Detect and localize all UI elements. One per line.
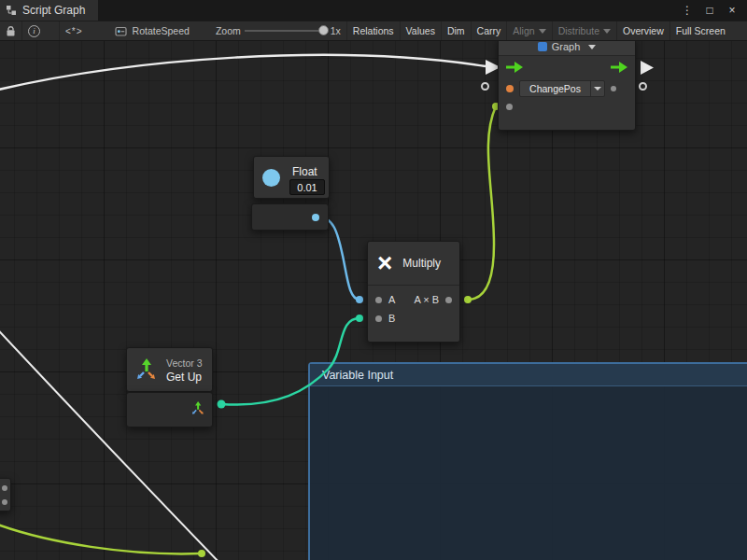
flow-in-port[interactable] bbox=[506, 62, 523, 73]
title-bar: Script Graph ⋮ □ × bbox=[0, 0, 747, 21]
chevron-down-icon bbox=[603, 29, 611, 34]
graph-toolbar: i <*> RotateSpeed Zoom 1x Relations Valu… bbox=[0, 21, 747, 41]
wire-flow-in[interactable] bbox=[0, 55, 486, 91]
wire-getup-to-multiply[interactable] bbox=[221, 318, 359, 405]
inspect-button[interactable]: i bbox=[21, 21, 46, 40]
multiply-ports: A A × B B bbox=[368, 286, 459, 328]
vector3-output-icon[interactable] bbox=[190, 401, 204, 415]
dim-button[interactable]: Dim bbox=[441, 21, 471, 40]
zoom-value: 1x bbox=[331, 25, 341, 36]
stub-port[interactable] bbox=[2, 485, 7, 491]
vector3-node-ports[interactable] bbox=[126, 392, 213, 427]
code-icon: <*> bbox=[65, 26, 83, 36]
value-out-port[interactable] bbox=[611, 86, 616, 91]
wire-endpoint[interactable] bbox=[198, 550, 205, 557]
info-icon: i bbox=[28, 25, 40, 37]
float-node[interactable]: Float 0.01 bbox=[253, 156, 330, 199]
relations-button[interactable]: Relations bbox=[346, 21, 400, 40]
input-b-label: B bbox=[388, 313, 395, 324]
multiply-header: × Multiply bbox=[368, 242, 459, 286]
getup-title: Get Up bbox=[166, 371, 202, 384]
wire-endpoint[interactable] bbox=[356, 296, 363, 303]
flow-arrowhead-out-icon bbox=[641, 61, 654, 75]
zoom-label: Zoom bbox=[216, 25, 241, 36]
zoom-control: Zoom 1x bbox=[210, 21, 346, 40]
value-port-row: ChangePos bbox=[499, 80, 635, 97]
port-row-b: B bbox=[368, 309, 459, 328]
float-output-port[interactable] bbox=[312, 214, 319, 221]
graph-tab-icon bbox=[6, 5, 17, 16]
fullscreen-button[interactable]: Full Screen bbox=[669, 21, 731, 40]
chevron-down-icon bbox=[594, 87, 601, 91]
vector3-getup-node[interactable]: Vector 3 Get Up bbox=[126, 347, 213, 392]
maximize-icon[interactable]: □ bbox=[700, 2, 719, 19]
external-port-right[interactable] bbox=[639, 82, 647, 91]
input-port[interactable] bbox=[506, 104, 513, 110]
float-node-title: Float bbox=[292, 165, 317, 178]
multiply-title: Multiply bbox=[402, 257, 441, 270]
wire-endpoint[interactable] bbox=[356, 315, 363, 322]
window-controls: ⋮ □ × bbox=[678, 0, 747, 21]
partial-edge-node[interactable] bbox=[0, 478, 11, 511]
float-value-input[interactable]: 0.01 bbox=[289, 179, 325, 195]
output-label: A × B bbox=[414, 294, 439, 305]
graph-breadcrumb[interactable]: RotateSpeed bbox=[109, 21, 195, 40]
tab-title: Script Graph bbox=[22, 4, 85, 17]
edit-graph-button[interactable]: <*> bbox=[59, 21, 89, 40]
wire-endpoint[interactable] bbox=[464, 296, 472, 303]
overview-button[interactable]: Overview bbox=[616, 21, 669, 40]
output-port[interactable] bbox=[445, 297, 452, 303]
distribute-button[interactable]: Distribute bbox=[552, 21, 616, 40]
input-a-label: A bbox=[388, 294, 395, 305]
value-in-port[interactable] bbox=[506, 85, 514, 92]
script-graph-window: Script Graph ⋮ □ × i <*> Rotate bbox=[0, 0, 747, 560]
input-a-port[interactable] bbox=[375, 297, 382, 303]
zoom-slider[interactable] bbox=[245, 30, 327, 32]
flow-port-row bbox=[499, 61, 635, 74]
lock-icon bbox=[6, 25, 16, 37]
wire-lime-bottom[interactable] bbox=[0, 523, 202, 553]
graph-asset-icon bbox=[115, 25, 127, 37]
menu-icon[interactable]: ⋮ bbox=[678, 2, 697, 19]
port-row-a: A A × B bbox=[368, 290, 459, 309]
vector3-icon bbox=[134, 358, 157, 381]
lock-button[interactable] bbox=[0, 21, 21, 40]
chevron-down-icon bbox=[588, 45, 596, 49]
graph-node-header[interactable]: Graph bbox=[499, 41, 635, 56]
close-icon[interactable]: × bbox=[723, 2, 741, 19]
external-port-left[interactable] bbox=[481, 82, 489, 91]
stub-port[interactable] bbox=[2, 499, 7, 505]
flow-out-port[interactable] bbox=[611, 62, 627, 73]
input-port-row bbox=[506, 100, 513, 113]
input-b-port[interactable] bbox=[375, 315, 382, 322]
graph-icon bbox=[538, 42, 547, 51]
float-type-icon bbox=[262, 169, 280, 187]
align-button[interactable]: Align bbox=[506, 21, 551, 40]
zoom-slider-handle[interactable] bbox=[318, 25, 329, 35]
vector3-type-label: Vector 3 bbox=[166, 357, 203, 369]
wire-multiply-to-changepos[interactable] bbox=[468, 106, 496, 300]
values-button[interactable]: Values bbox=[400, 21, 441, 40]
multiply-icon: × bbox=[377, 250, 392, 276]
graph-canvas[interactable]: Variable Input bbox=[0, 41, 747, 560]
chevron-down-icon bbox=[539, 29, 546, 34]
float-node-ports[interactable] bbox=[251, 203, 329, 231]
graph-node-title: Graph bbox=[552, 41, 581, 52]
changepos-node[interactable]: Graph ChangePos bbox=[498, 41, 636, 131]
changepos-dropdown[interactable]: ChangePos bbox=[519, 80, 605, 97]
tab-script-graph[interactable]: Script Graph bbox=[0, 0, 98, 21]
graph-name: RotateSpeed bbox=[133, 25, 190, 36]
multiply-node[interactable]: × Multiply A A × B B bbox=[367, 241, 460, 343]
wire-endpoint[interactable] bbox=[218, 400, 226, 409]
carry-button[interactable]: Carry bbox=[471, 21, 507, 40]
